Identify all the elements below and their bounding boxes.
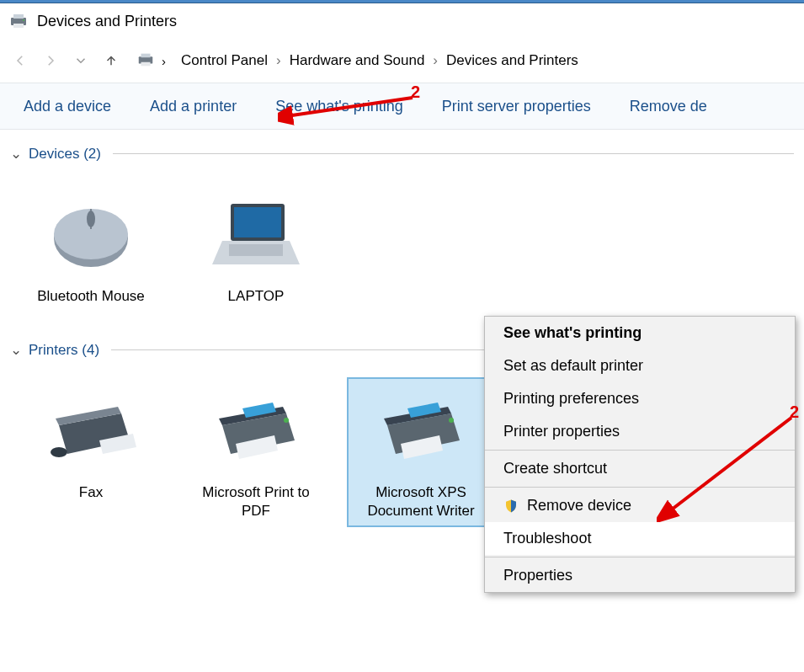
svg-rect-1 — [13, 14, 24, 19]
window-title: Devices and Printers — [37, 13, 177, 30]
cm-create-shortcut[interactable]: Create shortcut — [485, 452, 795, 485]
device-label: Bluetooth Mouse — [37, 287, 145, 306]
recent-button[interactable] — [69, 49, 93, 72]
divider — [485, 557, 795, 557]
cm-see-printing[interactable]: See what's printing — [485, 317, 795, 349]
printer-item[interactable]: Fax — [17, 377, 165, 527]
printer-label: Microsoft Print to PDF — [189, 483, 323, 520]
mouse-icon — [40, 188, 141, 280]
crumb-devices-printers[interactable]: Devices and Printers — [443, 51, 582, 71]
chevron-down-icon: ⌄ — [10, 341, 22, 359]
device-label: LAPTOP — [228, 287, 285, 306]
back-button[interactable] — [8, 49, 32, 72]
divider — [113, 153, 794, 154]
svg-point-27 — [449, 418, 454, 423]
cm-properties[interactable]: Properties — [485, 559, 795, 592]
svg-point-17 — [51, 447, 67, 457]
devices-items: Bluetooth Mouse LAPTOP — [10, 166, 794, 334]
svg-rect-13 — [229, 244, 283, 256]
shield-icon — [503, 499, 519, 514]
device-item[interactable]: LAPTOP — [182, 181, 330, 312]
svg-rect-5 — [141, 53, 151, 57]
cm-printing-prefs[interactable]: Printing preferences — [485, 382, 795, 415]
printer-icon — [370, 384, 471, 477]
printer-item[interactable]: Microsoft Print to PDF — [182, 377, 330, 527]
svg-rect-11 — [234, 207, 281, 237]
device-item[interactable]: Bluetooth Mouse — [17, 181, 165, 312]
cm-set-default[interactable]: Set as default printer — [485, 349, 795, 382]
divider — [485, 450, 795, 451]
laptop-icon — [205, 188, 306, 280]
printer-item-selected[interactable]: Microsoft XPS Document Writer — [347, 377, 495, 527]
printer-label: Microsoft XPS Document Writer — [354, 483, 488, 520]
breadcrumb-panel-icon — [136, 51, 155, 72]
cm-troubleshoot[interactable]: Troubleshoot — [485, 522, 795, 555]
chevron-right-icon: › — [162, 54, 166, 68]
forward-button[interactable] — [39, 49, 62, 72]
cm-printer-props[interactable]: Printer properties — [485, 415, 795, 448]
remove-device-toolbar-button[interactable]: Remove de — [630, 98, 707, 115]
context-menu: See what's printing Set as default print… — [484, 316, 796, 593]
add-device-button[interactable]: Add a device — [24, 98, 111, 115]
chevron-right-icon: › — [276, 52, 281, 69]
title-bar: Devices and Printers — [0, 3, 804, 39]
see-printing-button[interactable]: See what's printing — [275, 98, 403, 115]
crumb-control-panel[interactable]: Control Panel — [178, 51, 271, 71]
navigation-row: › Control Panel › Hardware and Sound › D… — [0, 39, 804, 83]
print-server-button[interactable]: Print server properties — [442, 98, 591, 115]
chevron-down-icon: ⌄ — [10, 145, 22, 163]
group-devices-label: Devices (2) — [29, 146, 101, 163]
svg-point-3 — [23, 19, 24, 21]
group-printers-label: Printers (4) — [29, 342, 99, 359]
printer-panel-icon — [8, 11, 29, 31]
group-devices-header[interactable]: ⌄ Devices (2) — [10, 138, 794, 166]
chevron-right-icon: › — [433, 52, 438, 69]
crumb-hardware-sound[interactable]: Hardware and Sound — [286, 51, 429, 71]
breadcrumb: Control Panel › Hardware and Sound › Dev… — [178, 51, 582, 71]
up-button[interactable] — [99, 49, 123, 72]
cm-remove-device[interactable]: Remove device — [485, 489, 795, 522]
divider — [485, 487, 795, 488]
svg-rect-2 — [13, 24, 24, 28]
printer-label: Fax — [79, 483, 103, 502]
svg-point-22 — [284, 418, 289, 423]
printer-icon — [205, 384, 306, 477]
command-toolbar: Add a device Add a printer See what's pr… — [0, 83, 804, 130]
svg-point-9 — [87, 211, 95, 227]
svg-rect-6 — [141, 61, 151, 66]
add-printer-button[interactable]: Add a printer — [150, 98, 237, 115]
fax-icon — [40, 384, 141, 477]
